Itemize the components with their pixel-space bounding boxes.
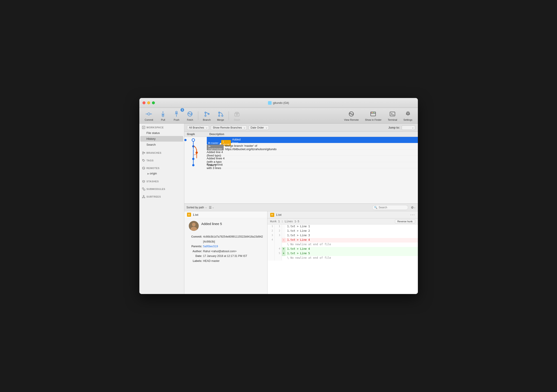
subtrees-section: SUBTREES bbox=[139, 193, 184, 201]
commits-list: master 1 ahead Added linee 5 bbox=[184, 137, 418, 169]
stash-button[interactable]: Stash bbox=[230, 109, 244, 122]
parents-link[interactable]: 5a95bec519 bbox=[203, 244, 218, 249]
file-name: 1.txt bbox=[193, 213, 198, 216]
submodules-header[interactable]: SUBMODULES bbox=[139, 187, 184, 191]
diff-more-button[interactable]: ··· bbox=[410, 212, 415, 217]
diff-line-new-num bbox=[275, 243, 282, 247]
toolbar: Commit Pull Pus bbox=[139, 108, 418, 124]
maximize-button[interactable] bbox=[152, 101, 155, 104]
toolbar-separator-2 bbox=[229, 111, 229, 120]
date-order-select[interactable]: Date Order bbox=[249, 125, 269, 130]
all-branches-select[interactable]: All Branches bbox=[187, 125, 209, 130]
filterbar: All Branches Show Remote Branches Date O… bbox=[184, 124, 418, 132]
commit-row[interactable]: Added linee 4 (with a typo "linee") bbox=[207, 156, 418, 162]
settings-chevron-icon: ⌄ bbox=[414, 206, 416, 209]
svg-point-26 bbox=[372, 112, 373, 113]
date-order-wrap: Date Order bbox=[249, 125, 269, 130]
commit-row[interactable]: origin/master Merge branch 'master' of h… bbox=[207, 143, 418, 149]
toolbar-separator-1 bbox=[198, 111, 198, 120]
diff-line-old-num bbox=[268, 247, 275, 252]
list-view-button[interactable]: ☰ ⌄ bbox=[209, 206, 214, 209]
sidebar-item-history[interactable]: History bbox=[140, 136, 183, 142]
search-icon: 🔍 bbox=[374, 206, 377, 209]
svg-line-50 bbox=[144, 197, 145, 197]
fetch-button[interactable]: Fetch bbox=[183, 109, 197, 122]
diff-gutter: + bbox=[282, 247, 286, 252]
sort-by-path-button[interactable]: Sorted by path ⌄ bbox=[187, 206, 207, 209]
commit-row[interactable]: master 1 ahead Added linee 5 bbox=[207, 137, 418, 143]
author-avatar bbox=[189, 221, 199, 231]
graph-column bbox=[184, 137, 207, 169]
tags-header[interactable]: TAGS bbox=[139, 158, 184, 163]
jump-to-wrap bbox=[402, 125, 415, 130]
reverse-hunk-button[interactable]: Reverse hunk bbox=[395, 219, 415, 223]
diff-gutter bbox=[282, 256, 286, 261]
settings-label: Settings bbox=[403, 118, 412, 121]
diff-gutter bbox=[282, 225, 286, 229]
push-icon bbox=[173, 110, 180, 118]
diff-line-old-num: 1 bbox=[268, 225, 275, 229]
pull-button[interactable]: Pull bbox=[156, 109, 170, 122]
svg-point-15 bbox=[222, 115, 223, 116]
bottom-toolbar: Sorted by path ⌄ ☰ ⌄ 🔍 ⚙ ⌄ bbox=[184, 204, 418, 211]
svg-point-27 bbox=[374, 112, 374, 113]
diff-settings-button[interactable]: ⚙ ⌄ bbox=[411, 206, 416, 209]
minimize-button[interactable] bbox=[147, 101, 150, 104]
diff-line-content: 1.txt > Line 1 bbox=[286, 225, 418, 229]
workspace-section: WORKSPACE File status History Search bbox=[139, 124, 184, 149]
hunk-label: Hunk 1 : Lines 1-5 bbox=[270, 220, 299, 223]
diff-line-new-num bbox=[275, 238, 282, 243]
terminal-button[interactable]: Terminal bbox=[385, 109, 400, 122]
parents-label: Parents: bbox=[189, 244, 202, 249]
view-remote-label: View Remote bbox=[344, 118, 359, 121]
branch-button[interactable]: Branch bbox=[200, 109, 214, 122]
diff-line-old-num bbox=[268, 256, 275, 261]
jump-to-select[interactable] bbox=[402, 125, 415, 130]
sort-chevron-icon: ⌄ bbox=[205, 206, 207, 209]
stashes-section: STASHES bbox=[139, 178, 184, 185]
diff-line-content: 1.txt > Line 5 bbox=[286, 252, 418, 256]
svg-rect-44 bbox=[144, 189, 145, 190]
settings-button[interactable]: Settings bbox=[400, 109, 416, 122]
subtrees-header[interactable]: SUBTREES bbox=[139, 194, 184, 199]
diff-line: 11 1.txt > Line 1 bbox=[268, 225, 418, 229]
commit-message-text: Added linee 5 bbox=[201, 222, 222, 226]
diff-line-content: 1.txt > Line 4 bbox=[286, 247, 418, 252]
description-header: Description bbox=[210, 133, 415, 136]
commit-row[interactable]: First commit with 3 lines bbox=[207, 162, 418, 168]
branches-header[interactable]: BRANCHES bbox=[139, 150, 184, 155]
search-input[interactable] bbox=[372, 205, 408, 210]
sidebar-item-file-status[interactable]: File status bbox=[140, 130, 183, 136]
svg-point-46 bbox=[142, 197, 143, 198]
branch-icon bbox=[203, 110, 210, 118]
stashes-header[interactable]: STASHES bbox=[139, 179, 184, 184]
view-remote-button[interactable]: View Remote bbox=[341, 109, 362, 122]
diff-line-new-num: 3 bbox=[275, 234, 282, 238]
remotes-header[interactable]: REMOTES bbox=[139, 166, 184, 171]
right-panel: All Branches Show Remote Branches Date O… bbox=[184, 124, 418, 294]
diff-line-old-num: 2 bbox=[268, 229, 275, 234]
submodules-label: SUBMODULES bbox=[147, 188, 165, 190]
show-in-finder-button[interactable]: Show in Finder bbox=[362, 109, 385, 122]
diff-line-content: 1.txt > Line 2 bbox=[286, 229, 418, 234]
svg-point-0 bbox=[148, 113, 150, 115]
svg-point-59 bbox=[192, 158, 194, 160]
date-value: 17 January 2018 at 12:17:31 PM IST bbox=[203, 254, 247, 259]
bottom-content: M 1.txt bbox=[184, 211, 418, 294]
sidebar-item-origin[interactable]: ▶ origin bbox=[139, 171, 184, 176]
stash-label: Stash bbox=[234, 118, 240, 121]
show-in-finder-label: Show in Finder bbox=[365, 118, 381, 121]
diff-lines-container: 11 1.txt > Line 122 1.txt > Line 233 1.t… bbox=[268, 225, 418, 261]
close-button[interactable] bbox=[142, 101, 145, 104]
titlebar: gitundo (Git) bbox=[139, 98, 418, 108]
show-remote-branches-select[interactable]: Show Remote Branches bbox=[211, 125, 247, 130]
sidebar-item-search[interactable]: Search bbox=[140, 142, 183, 147]
diff-gutter bbox=[282, 234, 286, 238]
commit-desc-5: First commit with 3 lines bbox=[207, 163, 229, 170]
file-row[interactable]: M 1.txt bbox=[184, 211, 267, 218]
commits-description-column: master 1 ahead Added linee 5 bbox=[207, 137, 418, 169]
commit-button[interactable]: Commit bbox=[142, 109, 156, 122]
commits-header: Graph Description bbox=[184, 132, 418, 137]
merge-button[interactable]: Merge bbox=[214, 109, 227, 122]
commit-row[interactable]: Added line 4 (fixed typo) bbox=[207, 149, 418, 156]
